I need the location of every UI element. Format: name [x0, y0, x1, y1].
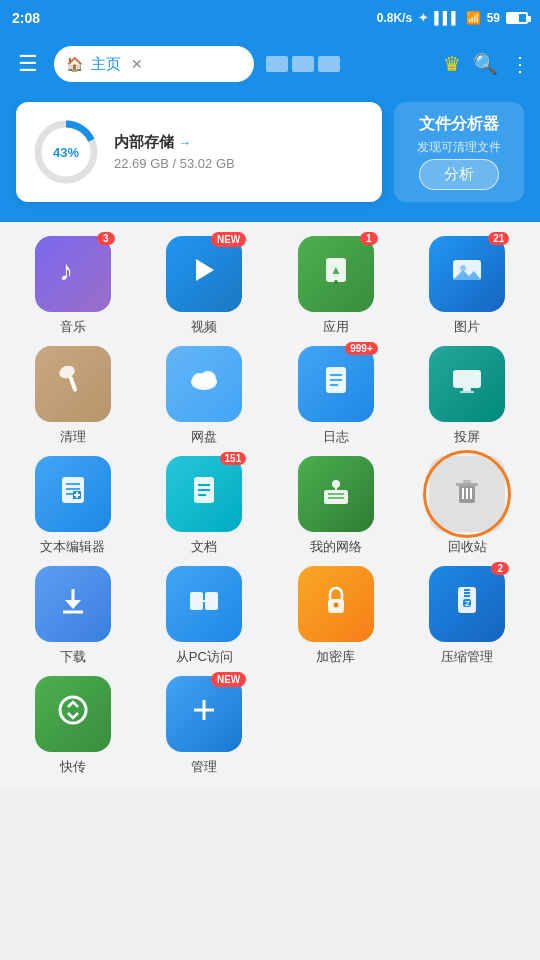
- grid-item-photo[interactable]: 21图片: [405, 236, 531, 336]
- svg-rect-19: [453, 370, 481, 388]
- grid-item-encrypt[interactable]: 加密库: [273, 566, 399, 666]
- grid-item-screen[interactable]: 投屏: [405, 346, 531, 446]
- analyzer-subtitle: 发现可清理文件: [417, 139, 501, 156]
- top-nav: ☰ 🏠 主页 ✕ ♛ 🔍 ⋮: [0, 36, 540, 92]
- tab-icons: [266, 56, 340, 72]
- video-icon: [186, 252, 222, 296]
- svg-rect-20: [463, 388, 471, 391]
- badge-doc: 151: [220, 452, 247, 465]
- svg-point-14: [200, 371, 216, 387]
- crown-icon[interactable]: ♛: [443, 52, 461, 76]
- grid-label-editor: 文本编辑器: [40, 538, 105, 556]
- grid-label-screen: 投屏: [454, 428, 480, 446]
- grid-item-network[interactable]: 我的网络: [273, 456, 399, 556]
- svg-text:Z: Z: [465, 599, 470, 608]
- signal-icon: ▌▌▌: [434, 11, 460, 25]
- hamburger-button[interactable]: ☰: [10, 46, 46, 82]
- badge-photo: 21: [488, 232, 509, 245]
- icon-wrap-doc: 151: [166, 456, 242, 532]
- grid-item-clean[interactable]: 清理: [10, 346, 136, 446]
- svg-rect-39: [456, 483, 478, 486]
- svg-rect-10: [68, 376, 77, 392]
- svg-text:▲: ▲: [330, 263, 342, 277]
- grid-item-log[interactable]: 999+日志: [273, 346, 399, 446]
- icon-wrap-network: [298, 456, 374, 532]
- icon-wrap-recycle: [429, 456, 505, 532]
- bluetooth-icon: ✦: [418, 11, 428, 25]
- analyze-button[interactable]: 分析: [419, 159, 499, 190]
- svg-point-51: [333, 603, 338, 608]
- recycle-icon: [449, 472, 485, 516]
- icon-wrap-cloud: [166, 346, 242, 422]
- more-button[interactable]: ⋮: [510, 52, 530, 76]
- grid-label-video: 视频: [191, 318, 217, 336]
- editor-icon: [55, 472, 91, 516]
- app-grid: 3♪音乐NEW视频1▲应用21图片清理网盘999+日志投屏文本编辑器151文档我…: [10, 236, 530, 776]
- header-area: 43% 内部存储 → 22.69 GB / 53.02 GB 文件分析器 发现可…: [0, 92, 540, 222]
- icon-wrap-transfer: [35, 676, 111, 752]
- grid-item-transfer[interactable]: 快传: [10, 676, 136, 776]
- badge-log: 999+: [345, 342, 378, 355]
- status-time: 2:08: [12, 10, 40, 26]
- cloud-icon: [186, 362, 222, 406]
- grid-label-log: 日志: [323, 428, 349, 446]
- tab-icon-3: [318, 56, 340, 72]
- storage-info: 内部存储 → 22.69 GB / 53.02 GB: [114, 133, 235, 171]
- grid-item-pcaccess[interactable]: 从PC访问: [142, 566, 268, 666]
- grid-item-editor[interactable]: 文本编辑器: [10, 456, 136, 556]
- icon-wrap-photo: 21: [429, 236, 505, 312]
- status-bar: 2:08 0.8K/s ✦ ▌▌▌ 📶 59: [0, 0, 540, 36]
- home-icon: 🏠: [66, 56, 83, 72]
- search-button[interactable]: 🔍: [473, 52, 498, 76]
- grid-item-recycle[interactable]: 回收站: [405, 456, 531, 556]
- screen-icon: [449, 362, 485, 406]
- network-icon: [318, 472, 354, 516]
- grid-item-doc[interactable]: 151文档: [142, 456, 268, 556]
- grid-label-doc: 文档: [191, 538, 217, 556]
- grid-item-music[interactable]: 3♪音乐: [10, 236, 136, 336]
- svg-marker-45: [65, 600, 81, 609]
- storage-donut: 43%: [32, 118, 100, 186]
- tab-home[interactable]: 🏠 主页 ✕: [54, 46, 254, 82]
- svg-point-11: [57, 364, 76, 381]
- nav-right: ♛ 🔍 ⋮: [443, 52, 530, 76]
- grid-label-encrypt: 加密库: [316, 648, 355, 666]
- badge-new-video: NEW: [211, 232, 246, 247]
- grid-label-cloud: 网盘: [191, 428, 217, 446]
- grid-item-app[interactable]: 1▲应用: [273, 236, 399, 336]
- tab-home-label: 主页: [91, 55, 121, 74]
- doc-icon: [186, 472, 222, 516]
- storage-size: 22.69 GB / 53.02 GB: [114, 156, 235, 171]
- clean-icon: [55, 362, 91, 406]
- tab-icon-2: [292, 56, 314, 72]
- icon-wrap-video: NEW: [166, 236, 242, 312]
- battery-level: 59: [487, 11, 500, 25]
- grid-label-clean: 清理: [60, 428, 86, 446]
- grid-item-manage[interactable]: NEW管理: [142, 676, 268, 776]
- grid-label-network: 我的网络: [310, 538, 362, 556]
- grid-label-photo: 图片: [454, 318, 480, 336]
- grid-item-cloud[interactable]: 网盘: [142, 346, 268, 446]
- badge-music: 3: [97, 232, 115, 245]
- storage-card[interactable]: 43% 内部存储 → 22.69 GB / 53.02 GB: [16, 102, 382, 202]
- svg-rect-40: [463, 480, 471, 483]
- manage-icon: [186, 692, 222, 736]
- grid-label-transfer: 快传: [60, 758, 86, 776]
- app-icon: ▲: [318, 252, 354, 296]
- icon-wrap-download: [35, 566, 111, 642]
- icon-wrap-app: 1▲: [298, 236, 374, 312]
- storage-title: 内部存储 →: [114, 133, 235, 152]
- grid-label-app: 应用: [323, 318, 349, 336]
- grid-item-video[interactable]: NEW视频: [142, 236, 268, 336]
- svg-rect-33: [324, 490, 348, 504]
- grid-item-zip[interactable]: 2Z压缩管理: [405, 566, 531, 666]
- storage-arrow-icon: →: [178, 135, 191, 150]
- badge-app: 1: [360, 232, 378, 245]
- grid-label-download: 下载: [60, 648, 86, 666]
- grid-item-download[interactable]: 下载: [10, 566, 136, 666]
- tab-close-button[interactable]: ✕: [131, 56, 143, 72]
- svg-text:♪: ♪: [59, 255, 73, 286]
- icon-wrap-screen: [429, 346, 505, 422]
- network-speed: 0.8K/s: [377, 11, 412, 25]
- icon-wrap-zip: 2Z: [429, 566, 505, 642]
